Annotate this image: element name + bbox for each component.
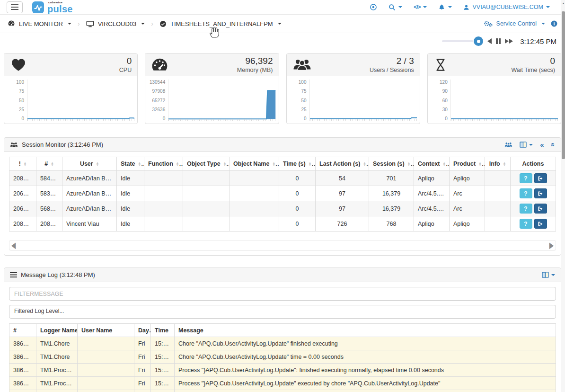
table-cell: Fri xyxy=(134,337,151,350)
table-cell: 206569 xyxy=(9,186,36,201)
sort-icon[interactable]: ▲▼ xyxy=(407,161,410,166)
column-header[interactable]: Object Name▲▼ xyxy=(230,157,279,171)
info-icon[interactable] xyxy=(551,20,557,27)
sort-icon[interactable]: ▲▼ xyxy=(176,161,179,166)
table-cell: TM1.Process xyxy=(36,390,78,392)
table-cell: 54 xyxy=(316,171,369,186)
time-slider-handle[interactable] xyxy=(474,36,483,46)
column-header: Logger Name xyxy=(36,324,78,337)
collapse-up-icon[interactable]: « xyxy=(549,143,556,146)
message-filter-input[interactable] xyxy=(9,287,556,301)
sort-icon[interactable]: ▲▼ xyxy=(24,161,26,166)
sort-icon[interactable]: ▲▼ xyxy=(96,161,99,166)
column-header[interactable]: !▲▼ xyxy=(9,157,36,171)
sort-icon[interactable]: ▲▼ xyxy=(138,161,141,166)
scroll-up-icon[interactable]: ▲ xyxy=(561,2,565,5)
sort-icon[interactable]: ▲▼ xyxy=(309,161,311,166)
column-header[interactable]: Session (s)▲▼ xyxy=(369,157,414,171)
scroll-right-icon[interactable]: ▶ xyxy=(549,241,554,249)
column-header[interactable]: #▲▼ xyxy=(36,157,62,171)
column-header[interactable]: Object Type▲▼ xyxy=(183,157,230,171)
time-control: 3:12:45 PM xyxy=(0,33,565,49)
column-header[interactable]: User▲▼ xyxy=(62,157,117,171)
pause-icon[interactable] xyxy=(496,38,501,44)
table-cell: 15:10:09 xyxy=(151,337,175,350)
table-cell: 386056 xyxy=(9,390,36,392)
session-logout-button[interactable] xyxy=(534,204,547,214)
search-menu[interactable] xyxy=(388,4,402,11)
service-control-menu[interactable]: Service Control xyxy=(484,20,545,27)
columns-menu[interactable] xyxy=(542,272,555,278)
session-logout-button[interactable] xyxy=(534,173,547,183)
session-help-button[interactable]: ? xyxy=(520,188,532,198)
columns-icon xyxy=(520,142,527,148)
y-axis-tick-label: 50 xyxy=(19,98,24,103)
breadcrumb-item-vircloud03[interactable]: VIRCLOUD03 xyxy=(86,20,145,28)
table-cell: TM1.Process xyxy=(36,377,78,390)
fast-forward-icon[interactable] xyxy=(505,39,513,44)
step-backward-icon[interactable] xyxy=(487,38,492,44)
column-header[interactable]: Context▲▼ xyxy=(414,157,450,171)
menu-toggle-button[interactable] xyxy=(7,1,23,13)
sort-icon[interactable]: ▲▼ xyxy=(503,161,506,166)
column-header[interactable]: Function▲▼ xyxy=(144,157,183,171)
wait-time-value: 0 xyxy=(511,56,555,67)
pulse-logo[interactable]: cubewise pulse xyxy=(32,1,73,14)
sort-icon[interactable]: ▲▼ xyxy=(223,161,226,166)
breadcrumb-item-live-monitor[interactable]: LIVE MONITOR xyxy=(8,20,71,27)
breadcrumb-label: VIRCLOUD03 xyxy=(98,20,137,27)
table-cell: 208673 xyxy=(36,216,62,232)
sort-icon[interactable]: ▲▼ xyxy=(51,161,53,166)
session-help-button[interactable]: ? xyxy=(520,219,532,229)
page-scrollbar[interactable]: ▲ xyxy=(561,0,565,392)
metric-cards: 0 CPU 1007550250 96,392 Memory (MB) xyxy=(4,53,561,124)
column-header[interactable]: Info▲▼ xyxy=(485,157,511,171)
session-logout-button[interactable] xyxy=(534,188,547,198)
column-header[interactable]: State▲▼ xyxy=(117,157,144,171)
chevron-down-icon xyxy=(398,6,402,8)
breadcrumb-item-timesheets[interactable]: TIMESHEETS_AND_INTERNALFPM xyxy=(159,20,282,27)
y-axis-tick-label: 30 xyxy=(442,107,448,112)
columns-menu[interactable] xyxy=(520,142,533,148)
session-logout-button[interactable] xyxy=(534,219,547,229)
table-cell xyxy=(144,201,183,216)
users-label: Users / Sessions xyxy=(370,67,414,73)
users-blue-icon[interactable] xyxy=(504,142,512,148)
session-help-button[interactable]: ? xyxy=(520,204,532,214)
code-icon: </> xyxy=(414,4,420,10)
sort-icon[interactable]: ▲▼ xyxy=(272,161,275,166)
table-cell: Idle xyxy=(117,201,144,216)
memory-card: 96,392 Memory (MB) 130544979086527232636… xyxy=(145,53,279,124)
sort-icon[interactable]: ▲▼ xyxy=(443,161,446,166)
user-menu[interactable]: VVIAU@CUBEWISE.COM xyxy=(463,4,550,10)
column-header[interactable]: Time (s)▲▼ xyxy=(279,157,316,171)
column-header-label: Last Action (s) xyxy=(319,160,360,167)
column-header[interactable]: Last Action (s)▲▼ xyxy=(316,157,369,171)
log-level-filter[interactable]: Filtered Log Level... xyxy=(9,305,556,319)
column-header-label: Actions xyxy=(522,160,544,167)
table-row[interactable]: 208685584152AzureAD/Ian BoltzIdle054701A… xyxy=(9,171,556,186)
scroll-left-icon[interactable]: ◀ xyxy=(11,241,16,249)
session-help-button[interactable]: ? xyxy=(520,173,532,183)
session-monitor-title: Session Monitor (3:12:46 PM) xyxy=(22,141,103,148)
y-axis-tick-label: 50 xyxy=(301,98,306,103)
table-cell xyxy=(78,350,134,364)
memory-chart-yaxis: 1305449790865272326360 xyxy=(146,80,168,121)
time-slider[interactable] xyxy=(442,40,473,42)
page-scrollbar-thumb[interactable] xyxy=(562,11,565,159)
table-cell: 206569 xyxy=(9,201,36,216)
table-row[interactable]: 206569583568AzureAD/Ian BoltzIdle09716,3… xyxy=(9,186,556,201)
target-icon[interactable] xyxy=(370,3,377,11)
code-menu[interactable]: </> xyxy=(414,4,427,10)
notifications-menu[interactable] xyxy=(438,4,452,11)
table-row[interactable]: 206569568876AzureAD/Ian BoltzIdle09716,3… xyxy=(9,201,556,216)
message-log-panel: Message Log (3:12:48 PM) Filtered Log Le… xyxy=(4,267,561,392)
sort-icon[interactable]: ▲▼ xyxy=(363,161,366,166)
table-cell: 568876 xyxy=(36,201,62,216)
sort-icon[interactable]: ▲▼ xyxy=(478,161,481,166)
column-header[interactable]: Product▲▼ xyxy=(450,157,485,171)
table-cell: Process "}bedrock.chore.execution.check"… xyxy=(175,390,556,392)
table-cell xyxy=(230,171,279,186)
table-row[interactable]: 208673208673Vincent ViauIdle0726768Apliq… xyxy=(9,216,556,232)
collapse-left-icon[interactable]: « xyxy=(540,141,544,148)
